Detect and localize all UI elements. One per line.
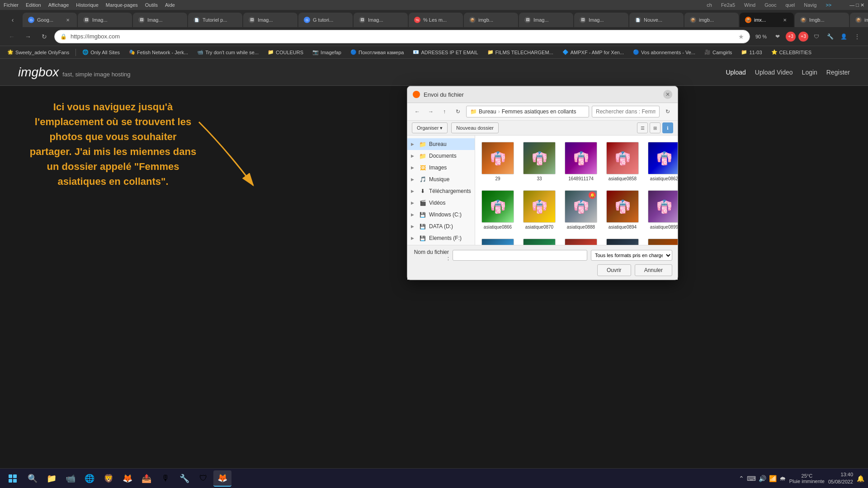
nouveau-dossier-button[interactable]: Nouveau dossier: [451, 122, 499, 133]
tab-close-14[interactable]: ✕: [781, 16, 788, 23]
bookmark-try[interactable]: 📹 Try don't cum while se...: [193, 48, 262, 56]
file-item-2[interactable]: 33: [520, 139, 558, 184]
bookmark-label-11: Vos abonnements - Ve...: [641, 50, 695, 55]
tab-favicon-1: G: [28, 17, 34, 23]
sidebar-bureau[interactable]: ▶ 📁 Bureau: [407, 138, 475, 150]
sidebar-musique[interactable]: ▶ 🎵 Musique: [407, 174, 475, 185]
ext-icon-1[interactable]: +3: [786, 32, 796, 42]
tab-goog[interactable]: G Goog... ✕: [23, 13, 77, 27]
tab-imag3[interactable]: 🖼 Imag...: [133, 13, 187, 27]
file-item-14[interactable]: asiatique0915: [604, 236, 642, 245]
dialog-title-text: Envoi du fichier: [424, 91, 464, 98]
tab-imag2[interactable]: 🖼 Imag...: [78, 13, 132, 27]
bookmark-camgirls[interactable]: 🎥 Camgirls: [701, 48, 736, 56]
file-item-5[interactable]: asiatique0862: [645, 139, 678, 184]
file-item-6[interactable]: asiatique0866: [479, 188, 517, 232]
ext-icon-2[interactable]: +3: [798, 32, 808, 42]
file-item-10[interactable]: asiatique0899: [645, 188, 678, 232]
menu-aide[interactable]: Aide: [165, 2, 175, 8]
dialog-refresh-button[interactable]: ↻: [453, 106, 463, 117]
nom-fichier-input[interactable]: [453, 250, 587, 261]
sidebar-images[interactable]: ▶ 🖼 Images: [407, 162, 475, 174]
ext-icon-3[interactable]: 🔧: [825, 31, 835, 42]
nouveau-dossier-label: Nouveau dossier: [456, 125, 494, 131]
sidebar-windows-c[interactable]: ▶ 💾 Windows (C:): [407, 209, 475, 221]
tab-imag7[interactable]: 🖼 Imag...: [354, 13, 408, 27]
sidebar-telechargements[interactable]: ▶ ⬇ Téléchargements: [407, 185, 475, 197]
bookmark-adresses[interactable]: 📧 ADRESSES IP ET EMAIL: [409, 48, 481, 56]
bookmark-vos[interactable]: 🔵 Vos abonnements - Ve...: [629, 48, 699, 56]
profile-icon[interactable]: 👤: [838, 31, 849, 42]
heart-icon[interactable]: ❤: [772, 31, 783, 42]
tab-bar: ‹ G Goog... ✕ 🖼 Imag... 🖼 Imag... 📄 Tuto…: [0, 10, 868, 27]
tab-back[interactable]: ‹: [4, 13, 22, 27]
file-item-9[interactable]: asiatique0894: [604, 188, 642, 232]
tab-lesm[interactable]: % % Les m...: [409, 13, 463, 27]
bookmark-sweety[interactable]: 🌟 Sweety_adele OnlyFans: [4, 48, 73, 56]
tab-imag11[interactable]: 🖼 Imag...: [574, 13, 628, 27]
view-list-button[interactable]: ☰: [637, 122, 648, 133]
tab-imgb13[interactable]: 📦 imgb...: [684, 13, 739, 27]
dialog-search-input[interactable]: [592, 106, 660, 117]
refresh-button[interactable]: ↻: [38, 30, 51, 43]
file-item-4[interactable]: asiatique0858: [604, 139, 642, 184]
bookmark-1103[interactable]: 📁 11-03: [737, 48, 765, 56]
bookmark-imagefap[interactable]: 📷 Imagefap: [309, 48, 345, 56]
file-item-3[interactable]: 1648911174: [562, 139, 600, 184]
file-item-13[interactable]: asiatique0910: [562, 236, 600, 245]
ouvrir-button[interactable]: Ouvrir: [597, 264, 631, 276]
view-grid-button[interactable]: ⊞: [650, 122, 660, 133]
tab-imgb16[interactable]: 📦 imgb...: [850, 13, 868, 27]
file-item-12[interactable]: asiatique0905: [520, 236, 558, 245]
tab-label-2: Imag...: [92, 17, 127, 23]
dialog-close-button[interactable]: ✕: [663, 90, 672, 99]
menu-edition[interactable]: Edition: [26, 2, 41, 8]
menu-fichier[interactable]: Fichier: [4, 2, 19, 8]
file-item-11[interactable]: asiatique0901: [479, 236, 517, 245]
sidebar-elements-f[interactable]: ▶ 💾 Elements (F:): [407, 232, 475, 244]
shield-icon[interactable]: 🛡: [811, 31, 822, 42]
menu-affichage[interactable]: Affichage: [48, 2, 69, 8]
tab-imgb9[interactable]: 📦 imgb...: [464, 13, 518, 27]
tab-imag10[interactable]: 🖼 Imag...: [519, 13, 573, 27]
menu-dots-icon[interactable]: ⋮: [852, 31, 863, 42]
tab-imx-active[interactable]: 📦 imx... ✕: [740, 13, 794, 27]
menu-outils[interactable]: Outils: [145, 2, 158, 8]
view-info-button[interactable]: ℹ: [662, 122, 673, 133]
bookmark-couleurs[interactable]: 📁 COULEURS: [264, 48, 307, 56]
file-item-1[interactable]: 29: [479, 139, 517, 184]
dialog-back-button[interactable]: ←: [412, 106, 423, 117]
bookmark-films[interactable]: 📁 FILMS TELECHARGEM...: [484, 48, 557, 56]
bookmark-celebrities[interactable]: ⭐ CELEBRITIES: [768, 48, 816, 56]
dialog-toolbar: ← → ↑ ↻ 📁 Bureau › Femmes asiatiques en …: [407, 103, 678, 121]
tab-Imgb15[interactable]: 📦 Imgb...: [795, 13, 849, 27]
formats-select[interactable]: Tous les formats pris en charge: [591, 250, 672, 261]
tab-nouve[interactable]: 📄 Nouve...: [629, 13, 684, 27]
tab-gtutori[interactable]: G G tutori...: [298, 13, 353, 27]
bookmark-ampxf[interactable]: 🔷 AMPXF - AMP for Xen...: [559, 48, 627, 56]
file-item-8[interactable]: 🔔 asiatique0888: [562, 188, 600, 232]
dialog-forward-button[interactable]: →: [425, 106, 436, 117]
file-thumb-12: [523, 239, 556, 245]
forward-button[interactable]: →: [22, 30, 34, 43]
tab-close-1[interactable]: ✕: [64, 16, 71, 23]
menu-marquepages[interactable]: Marque-pages: [106, 2, 138, 8]
sidebar-data-d[interactable]: ▶ 💾 DATA (D:): [407, 221, 475, 232]
dialog-search-button[interactable]: ↻: [662, 106, 673, 117]
file-item-7[interactable]: asiatique0870: [520, 188, 558, 232]
bookmark-pohotlivaya[interactable]: 🔵 Похотливая камера: [347, 48, 407, 56]
sidebar-videos[interactable]: ▶ 🎬 Vidéos: [407, 197, 475, 209]
dialog-up-button[interactable]: ↑: [439, 106, 450, 117]
tab-imag5[interactable]: 🖼 Imag...: [243, 13, 297, 27]
sidebar-documents[interactable]: ▶ 📁 Documents: [407, 150, 475, 162]
file-item-15[interactable]: asiatique0920: [645, 236, 678, 245]
address-url[interactable]: https://imgbox.com: [71, 33, 120, 40]
footer-row-1: Nom du fichier : Tous les formats pris e…: [413, 249, 672, 262]
bookmark-fetish[interactable]: 🎭 Fetish Network - Jerk...: [125, 48, 192, 56]
menu-historique[interactable]: Historique: [76, 2, 99, 8]
back-button[interactable]: ←: [5, 30, 18, 43]
tab-tutoriel[interactable]: 📄 Tutoriel p...: [188, 13, 242, 27]
annuler-button[interactable]: Annuler: [635, 264, 672, 276]
organiser-button[interactable]: Organiser ▾: [412, 122, 448, 133]
bookmark-onlyall[interactable]: 🌐 Only All Sites: [79, 48, 123, 56]
